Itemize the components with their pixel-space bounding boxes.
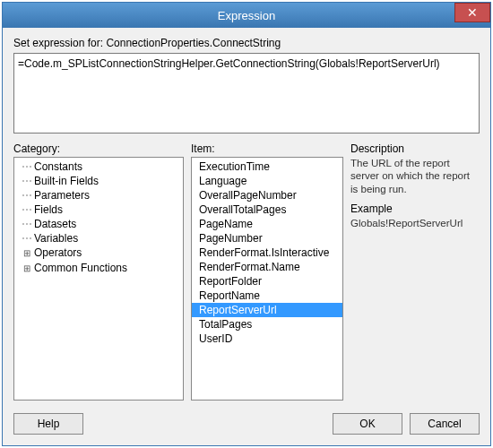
item-label: Item:: [191, 142, 343, 155]
category-tree-item-label: Constants: [34, 160, 82, 173]
button-row: Help OK Cancel: [3, 406, 490, 445]
tree-leaf-icon: ⋯: [22, 231, 32, 246]
example-text: Globals!ReportServerUrl: [350, 217, 480, 229]
tree-leaf-icon: ⋯: [22, 159, 32, 174]
category-tree-item-label: Common Functions: [34, 262, 127, 274]
item-list-item[interactable]: TotalPages: [192, 317, 342, 332]
description-text: The URL of the report server on which th…: [350, 157, 480, 195]
tree-leaf-icon: ⋯: [22, 202, 32, 217]
category-label: Category:: [13, 142, 184, 155]
tree-leaf-icon: ⋯: [22, 217, 32, 231]
set-expression-label: Set expression for: ConnectionProperties…: [13, 37, 480, 49]
category-tree-item-label: Parameters: [34, 189, 90, 202]
expander-icon[interactable]: ⊞: [22, 246, 32, 261]
panes-row: Category: ⋯Constants⋯Built-in Fields⋯Par…: [13, 142, 480, 401]
item-list-item[interactable]: ReportFolder: [192, 274, 342, 289]
category-tree-item-label: Fields: [34, 203, 63, 216]
info-pane: Description The URL of the report server…: [350, 142, 480, 401]
item-list-item[interactable]: RenderFormat.Name: [192, 260, 342, 274]
tree-leaf-icon: ⋯: [22, 174, 32, 188]
item-list-item[interactable]: OverallPageNumber: [192, 188, 342, 202]
item-pane: Item: ExecutionTimeLanguageOverallPageNu…: [191, 142, 343, 401]
description-block: Description The URL of the report server…: [350, 142, 480, 195]
category-tree-item[interactable]: ⋯Fields: [14, 202, 183, 217]
category-tree-item[interactable]: ⋯Parameters: [14, 188, 183, 202]
title-bar: Expression ✕: [3, 3, 490, 28]
item-list-item[interactable]: ReportServerUrl: [192, 303, 342, 317]
category-tree-item[interactable]: ⊞Operators: [14, 246, 183, 261]
category-tree-item-label: Built-in Fields: [34, 175, 99, 187]
item-list-item[interactable]: UserID: [192, 332, 342, 346]
category-tree-item[interactable]: ⋯Variables: [14, 231, 183, 246]
category-tree-item-label: Operators: [34, 246, 82, 259]
category-tree-item[interactable]: ⊞Common Functions: [14, 261, 183, 276]
item-list-item[interactable]: RenderFormat.IsInteractive: [192, 246, 342, 260]
category-tree-item[interactable]: ⋯Datasets: [14, 217, 183, 231]
cancel-button[interactable]: Cancel: [410, 413, 480, 435]
category-tree[interactable]: ⋯Constants⋯Built-in Fields⋯Parameters⋯Fi…: [13, 157, 184, 401]
dialog-content: Set expression for: ConnectionProperties…: [3, 28, 490, 406]
ok-button[interactable]: OK: [333, 413, 402, 435]
close-icon: ✕: [467, 5, 478, 20]
item-list-item[interactable]: ReportName: [192, 289, 342, 303]
example-title: Example: [350, 202, 480, 215]
category-tree-item[interactable]: ⋯Built-in Fields: [14, 174, 183, 188]
example-block: Example Globals!ReportServerUrl: [350, 202, 480, 229]
item-list-item[interactable]: ExecutionTime: [192, 159, 342, 174]
help-button[interactable]: Help: [13, 413, 83, 435]
item-list-item[interactable]: Language: [192, 174, 342, 188]
item-list-item[interactable]: OverallTotalPages: [192, 202, 342, 217]
item-list-item[interactable]: PageName: [192, 217, 342, 231]
expression-textbox[interactable]: [13, 53, 480, 134]
window-title: Expression: [218, 9, 275, 22]
description-title: Description: [350, 142, 480, 155]
expression-dialog: Expression ✕ Set expression for: Connect…: [2, 2, 491, 446]
close-button[interactable]: ✕: [454, 3, 490, 22]
category-tree-item-label: Variables: [34, 232, 78, 245]
item-list[interactable]: ExecutionTimeLanguageOverallPageNumberOv…: [191, 157, 343, 401]
category-pane: Category: ⋯Constants⋯Built-in Fields⋯Par…: [13, 142, 184, 401]
expander-icon[interactable]: ⊞: [22, 262, 32, 276]
category-tree-item[interactable]: ⋯Constants: [14, 159, 183, 174]
category-tree-item-label: Datasets: [34, 218, 76, 230]
tree-leaf-icon: ⋯: [22, 188, 32, 202]
item-list-item[interactable]: PageNumber: [192, 231, 342, 246]
